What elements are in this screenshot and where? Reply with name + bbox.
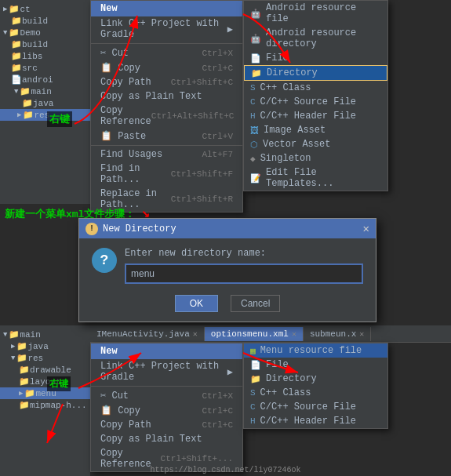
ide-top-section: ▶ 📁 ct 📁 build ▼ 📁 Demo 📁 build 📁 libs 📁… — [0, 0, 451, 204]
bot-tree-drawable[interactable]: 📁 drawable — [0, 364, 90, 376]
submenu-vector-asset[interactable]: ⬡ Vector Asset — [244, 137, 387, 151]
dialog-title: New Directory — [103, 223, 176, 234]
edit-templates-icon: 📝 — [250, 173, 261, 183]
bot-tree-java[interactable]: ▶ 📁 java — [0, 340, 90, 352]
bottom-context-menu: New Link C++ Project with Gradle ▶ ✂ Cut… — [90, 343, 243, 472]
submenu-image-asset[interactable]: 🖼 Image Asset — [244, 123, 387, 137]
tree-item-libs[interactable]: 📁 libs — [0, 50, 90, 62]
tree-item-main[interactable]: ▼ 📁 main — [0, 85, 90, 97]
bot-directory-icon: 📁 — [250, 374, 261, 384]
dialog-title-icon: ! — [85, 223, 98, 235]
bot-submenu-cpp-header[interactable]: H C/C++ Header File — [244, 414, 387, 428]
dialog-titlebar: ! New Directory ✕ — [79, 219, 376, 238]
menu-item-paste[interactable]: 📋 Paste Ctrl+V — [91, 129, 242, 144]
url-watermark: https://blog.csdn.net/liy07246ok — [150, 466, 300, 474]
submenu-singleton[interactable]: ◆ Singleton — [244, 151, 387, 165]
dialog-question-icon: ? — [92, 248, 117, 273]
vector-asset-icon: ⬡ — [250, 140, 258, 150]
tree-item-ct[interactable]: ▶ 📁 ct — [0, 3, 90, 15]
bot-submenu-cpp-class[interactable]: S C++ Class — [244, 386, 387, 400]
bot-submenu-directory[interactable]: 📁 Directory — [244, 372, 387, 386]
submenu-file[interactable]: 📄 File — [244, 51, 387, 65]
dialog-cancel-button[interactable]: Cancel — [231, 295, 280, 312]
directory-name-input[interactable] — [125, 263, 363, 284]
submenu-cpp-class[interactable]: S C++ Class — [244, 81, 387, 95]
menu-divider-1 — [91, 43, 242, 44]
menu-item-copy[interactable]: 📋 Copy Ctrl+C — [91, 60, 242, 75]
bot-menu-link-cpp[interactable]: Link C++ Project with Gradle ▶ — [91, 359, 242, 384]
file-icon: 📄 — [250, 53, 261, 64]
menu-item-copy-plain[interactable]: Copy as Plain Text — [91, 89, 242, 104]
tree-item-androi[interactable]: 📄 androi — [0, 74, 90, 85]
bot-menu-copy[interactable]: 📋 Copy Ctrl+C — [91, 403, 242, 418]
bottom-sidebar: ▼ 📁 main ▶ 📁 java ▼ 📁 res 📁 drawable 📁 l… — [0, 325, 90, 476]
bottom-submenu: ▦ Menu resource file 📄 File 📁 Directory … — [243, 343, 388, 429]
cpp-header-icon: H — [250, 111, 256, 121]
tab-imenuactivity[interactable]: IMenuActivity.java ✕ — [90, 327, 205, 341]
submenu-cpp-header[interactable]: H C/C++ Header File — [244, 109, 387, 123]
menu-item-find-path[interactable]: Find in Path... Ctrl+Shift+F — [91, 162, 242, 187]
dialog-icon-row: ? Enter new directory name: — [92, 248, 363, 284]
android-icon: 🤖 — [250, 9, 261, 19]
tab-close-imenuactivity[interactable]: ✕ — [193, 329, 198, 339]
bot-menu-copy-path[interactable]: Copy Path Ctrl+C — [91, 418, 242, 432]
ide-bottom-section: ▼ 📁 main ▶ 📁 java ▼ 📁 res 📁 drawable 📁 l… — [0, 325, 451, 476]
tree-item-src[interactable]: 📁 src — [0, 62, 90, 74]
cpp-class-icon: S — [250, 83, 256, 93]
bot-file-icon: 📄 — [250, 360, 261, 370]
bot-tree-layout[interactable]: 📁 layout — [0, 376, 90, 387]
bot-tree-res[interactable]: ▼ 📁 res — [0, 352, 90, 364]
bottom-tab-bar: IMenuActivity.java ✕ optionsmenu.xml ✕ s… — [90, 325, 451, 343]
submenu-cpp-source[interactable]: C C/C++ Source File — [244, 95, 387, 109]
menu-item-cut[interactable]: ✂ Cut Ctrl+X — [91, 45, 242, 60]
menu-item-link-cpp[interactable]: Link C++ Project with Gradle ▶ — [91, 16, 242, 42]
tab-optionsmenu[interactable]: optionsmenu.xml ✕ — [205, 327, 304, 341]
new-directory-dialog: ! New Directory ✕ ? Enter new directory … — [78, 218, 376, 322]
rightclick-label-bottom: 右键 — [47, 376, 71, 391]
tree-item-build-2[interactable]: 📁 build — [0, 38, 90, 50]
tree-item-build-1[interactable]: 📁 build — [0, 15, 90, 27]
bot-submenu-cpp-source[interactable]: C C/C++ Source File — [244, 400, 387, 414]
menu-item-copy-ref[interactable]: Copy Reference Ctrl+Alt+Shift+C — [91, 104, 242, 129]
dialog-content: Enter new directory name: — [125, 248, 363, 284]
bot-cpp-source-icon: C — [250, 402, 256, 412]
tab-close-submeun[interactable]: ✕ — [359, 329, 364, 339]
bot-submenu-menu-resource[interactable]: ▦ Menu resource file — [244, 343, 387, 358]
bot-menu-divider — [91, 386, 242, 387]
bot-cpp-header-icon: H — [250, 416, 256, 426]
directory-icon: 📁 — [251, 68, 262, 78]
bot-cpp-class-icon: S — [250, 388, 256, 398]
bot-context-menu-header[interactable]: New — [91, 343, 242, 359]
dialog-close-button[interactable]: ✕ — [363, 222, 369, 235]
bot-submenu-file[interactable]: 📄 File — [244, 358, 387, 372]
dialog-ok-button[interactable]: OK — [175, 295, 218, 312]
top-submenu: 🤖 Android resource file 🤖 Android resour… — [243, 0, 388, 191]
menu-resource-icon: ▦ — [250, 346, 256, 356]
submenu-android-res-dir[interactable]: 🤖 Android resource directory — [244, 26, 387, 51]
bot-tree-menu[interactable]: ▶ 📁 menu — [0, 387, 90, 399]
tab-close-optionsmenu[interactable]: ✕ — [292, 329, 296, 339]
submenu-directory[interactable]: 📁 Directory — [244, 65, 387, 81]
submenu-edit-templates[interactable]: 📝 Edit File Templates... — [244, 165, 387, 191]
menu-item-copy-path[interactable]: Copy Path Ctrl+Shift+C — [91, 75, 242, 89]
dialog-body: ? Enter new directory name: OK Cancel — [79, 238, 376, 322]
tab-submeun[interactable]: submeun.x ✕ — [304, 327, 371, 341]
dialog-buttons: OK Cancel — [92, 295, 363, 312]
cpp-source-icon: C — [250, 97, 256, 107]
bot-tree-mipmap[interactable]: 📁 mipmap-h... — [0, 399, 90, 411]
bot-tree-main[interactable]: ▼ 📁 main — [0, 329, 90, 340]
tree-item-java[interactable]: 📁 java — [0, 97, 90, 109]
submenu-android-res-file[interactable]: 🤖 Android resource file — [244, 1, 387, 26]
tree-item-demo[interactable]: ▼ 📁 Demo — [0, 27, 90, 38]
context-menu-new-header[interactable]: New — [91, 1, 242, 16]
menu-item-find-usages[interactable]: Find Usages Alt+F7 — [91, 147, 242, 162]
image-asset-icon: 🖼 — [250, 125, 259, 136]
top-context-menu: New Link C++ Project with Gradle ▶ ✂ Cut… — [90, 0, 243, 213]
bot-menu-cut[interactable]: ✂ Cut Ctrl+X — [91, 388, 242, 403]
bot-menu-copy-plain[interactable]: Copy as Plain Text — [91, 432, 242, 446]
dialog-container: ! New Directory ✕ ? Enter new directory … — [78, 218, 376, 322]
rightclick-label-top: 右键 — [47, 111, 72, 127]
dialog-input-label: Enter new directory name: — [125, 248, 363, 259]
android-dir-icon: 🤖 — [250, 34, 261, 44]
tree-item-res[interactable]: ▶ 📁 res — [0, 109, 90, 121]
